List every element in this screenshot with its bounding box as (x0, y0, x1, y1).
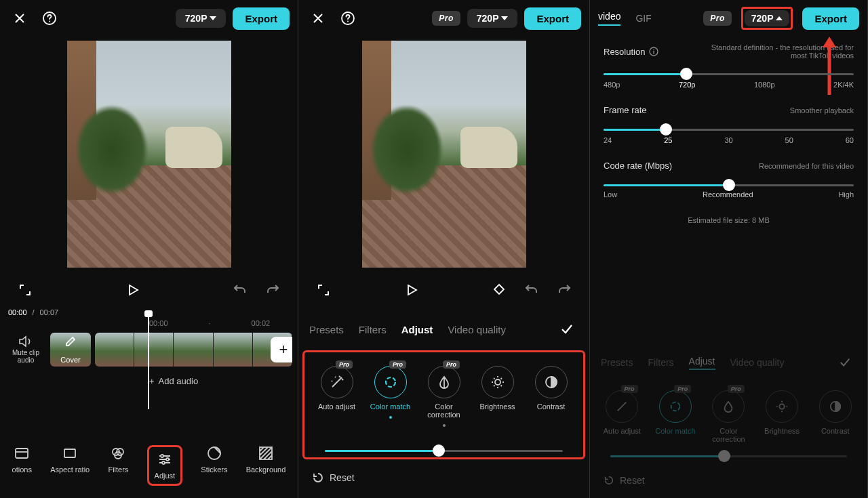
mute-clip-button[interactable]: Mute clip audio (5, 335, 46, 364)
fullscreen-button[interactable] (312, 278, 335, 302)
adjust-tabs: Presets Filters Adjust Video quality (298, 308, 589, 350)
playhead[interactable] (148, 314, 149, 409)
brightness-icon (490, 375, 505, 390)
tab-presets[interactable]: Presets (309, 324, 344, 335)
svg-point-20 (830, 402, 840, 412)
resolution-highlight: 720P (741, 7, 793, 30)
tool-stickers[interactable]: Stickers (201, 445, 227, 486)
adjust-highlight: Pro Auto adjust Pro Color match Pro Colo… (302, 350, 585, 459)
droplet-icon (437, 375, 452, 390)
adjust-contrast[interactable]: Contrast (528, 366, 574, 427)
contrast-icon (544, 375, 559, 390)
resolution-value: 720P (477, 13, 499, 24)
annotation-arrow-icon (821, 34, 837, 95)
framerate-hint: Smoother playback (790, 106, 854, 115)
svg-rect-2 (16, 449, 28, 458)
tool-background[interactable]: Background (246, 445, 286, 486)
reset-button[interactable]: Reset (298, 459, 589, 496)
top-bar: video GIF Pro 720P Export (590, 0, 867, 33)
background-icon (258, 445, 274, 461)
tool-adjust[interactable]: Adjust (147, 445, 183, 486)
chevron-down-icon (210, 16, 216, 20)
redo-button[interactable] (261, 278, 284, 302)
adjust-color-match[interactable]: Pro Color match (368, 366, 413, 427)
info-icon[interactable] (649, 47, 658, 56)
coderate-slider[interactable] (604, 184, 854, 186)
pro-badge[interactable]: Pro (703, 11, 732, 26)
resolution-dropdown[interactable]: 720P (176, 9, 226, 28)
help-button[interactable] (336, 7, 359, 30)
export-button[interactable]: Export (233, 7, 290, 30)
time-current: 00:00 (8, 308, 27, 316)
tab-video-quality[interactable]: Video quality (448, 324, 506, 335)
coderate-label: Code rate (Mbps) (604, 161, 672, 171)
tab-video[interactable]: video (598, 11, 620, 26)
transport-bar (0, 272, 298, 308)
transport-bar (298, 272, 589, 308)
video-preview[interactable] (67, 41, 231, 268)
resolution-value: 720P (751, 13, 774, 24)
resolution-label: Resolution (604, 47, 645, 57)
pro-badge[interactable]: Pro (432, 11, 460, 26)
redo-button[interactable] (553, 278, 576, 302)
tool-aspect-ratio[interactable]: Aspect ratio (50, 445, 90, 486)
tool-filters[interactable]: Filters (108, 445, 128, 486)
adjust-options: Pro Auto adjust Pro Color match Pro Colo… (304, 352, 583, 434)
svg-point-9 (162, 461, 165, 464)
coderate-range: Low Recommended High (604, 190, 854, 199)
video-preview[interactable] (362, 41, 526, 268)
compare-button[interactable] (488, 278, 511, 302)
close-button[interactable] (307, 7, 330, 30)
filters-icon (110, 445, 126, 461)
tab-filters[interactable]: Filters (359, 324, 387, 335)
top-bar: Pro 720P Export (298, 0, 589, 37)
export-button[interactable]: Export (802, 7, 859, 30)
cover-thumb[interactable]: Cover (50, 333, 91, 367)
resolution-value: 720P (185, 13, 208, 24)
undo-button[interactable] (520, 278, 543, 302)
help-button[interactable] (38, 7, 61, 30)
resolution-ticks: 480p 720p 1080p 2K/4K (604, 81, 854, 89)
framerate-slider[interactable] (604, 129, 854, 131)
video-clip[interactable]: + (95, 333, 292, 367)
export-button[interactable]: Export (524, 7, 581, 30)
svg-rect-3 (64, 449, 75, 457)
svg-point-14 (386, 377, 395, 387)
stickers-icon (206, 445, 222, 461)
tab-gif[interactable]: GIF (635, 13, 651, 24)
resolution-dropdown[interactable]: 720P (467, 9, 518, 28)
section-framerate: Frame rate Smoother playback 24 25 30 50… (590, 94, 867, 150)
adjust-auto[interactable]: Pro Auto adjust (314, 366, 359, 427)
resolution-dropdown[interactable]: 720P (745, 10, 790, 26)
play-button[interactable] (121, 278, 144, 302)
close-button[interactable] (8, 7, 31, 30)
pencil-icon (66, 337, 75, 346)
coderate-hint: Recommended for this video (759, 162, 854, 170)
bottom-toolbar: otions Aspect ratio Filters Adjust Stick… (0, 436, 298, 498)
confirm-button[interactable] (555, 318, 578, 341)
undo-button[interactable] (229, 278, 252, 302)
framerate-label: Frame rate (604, 105, 647, 115)
resolution-slider[interactable] (604, 73, 854, 75)
adjust-slider[interactable] (304, 434, 583, 457)
options-icon (14, 445, 30, 461)
svg-point-7 (161, 455, 163, 457)
panel-adjust: Pro 720P Export Presets Fi (298, 0, 590, 498)
chevron-up-icon (776, 16, 783, 20)
svg-point-8 (166, 458, 169, 461)
adjust-icon (157, 451, 173, 468)
color-match-icon (383, 375, 398, 390)
chevron-down-icon (501, 16, 508, 20)
svg-point-15 (495, 379, 500, 385)
play-button[interactable] (400, 278, 423, 302)
add-clip-button[interactable]: + (271, 337, 292, 362)
adjust-brightness[interactable]: Brightness (475, 366, 520, 427)
tab-adjust[interactable]: Adjust (401, 324, 433, 335)
svg-point-1 (49, 21, 50, 22)
reset-icon (312, 472, 324, 484)
adjust-color-correction[interactable]: Pro Color correction (421, 366, 467, 427)
speaker-icon (18, 335, 33, 348)
fullscreen-button[interactable] (14, 278, 37, 302)
dimmed-background: Presets Filters Adjust Video quality Pro… (590, 341, 867, 498)
tool-options[interactable]: otions (12, 445, 32, 486)
